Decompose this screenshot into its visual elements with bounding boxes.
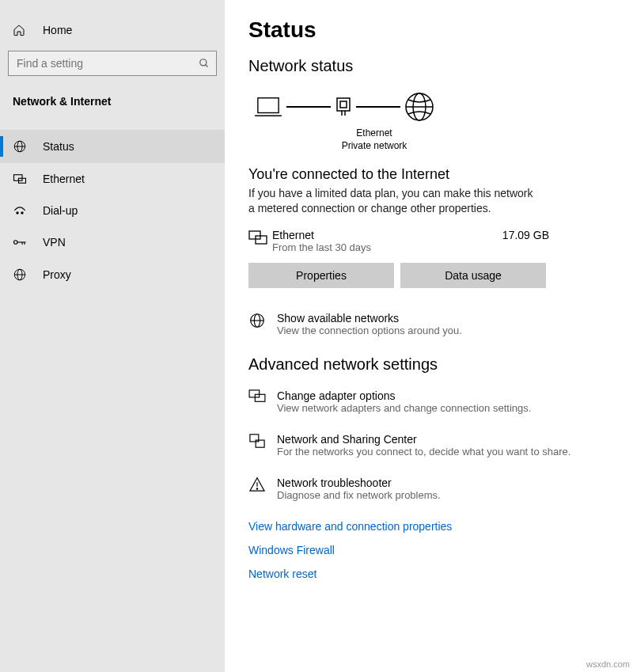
- diagram-line: [286, 106, 331, 108]
- proxy-icon: [13, 268, 27, 282]
- nav-label: VPN: [43, 236, 66, 249]
- nav-label: Status: [43, 140, 74, 153]
- link-hardware[interactable]: View hardware and connection properties: [248, 520, 605, 533]
- nav-dialup[interactable]: Dial-up: [0, 195, 225, 226]
- change-adapter-title: Change adapter options: [277, 389, 531, 402]
- connection-period: From the last 30 days: [272, 241, 502, 253]
- change-adapter[interactable]: Change adapter options View network adap…: [248, 389, 605, 414]
- diagram-name: Ethernet: [339, 127, 410, 140]
- nav-label: Proxy: [43, 268, 71, 281]
- nav-label: Dial-up: [43, 204, 78, 217]
- show-networks-title: Show available networks: [277, 312, 462, 325]
- nav-list: Status Ethernet Dial-up VPN Proxy: [0, 119, 225, 291]
- router-icon: [334, 95, 353, 119]
- network-status-heading: Network status: [248, 57, 605, 75]
- svg-rect-31: [255, 394, 265, 401]
- svg-point-9: [14, 241, 18, 245]
- network-diagram: [248, 91, 605, 123]
- sharing-title: Network and Sharing Center: [277, 433, 570, 446]
- page-title: Status: [248, 17, 605, 43]
- globe-icon: [13, 139, 27, 154]
- home-button[interactable]: Home: [0, 19, 225, 51]
- svg-rect-30: [249, 390, 260, 397]
- troubleshooter[interactable]: Network troubleshooter Diagnose and fix …: [248, 476, 605, 501]
- watermark: wsxdn.com: [586, 659, 630, 669]
- change-adapter-sub: View network adapters and change connect…: [277, 402, 531, 414]
- svg-line-1: [206, 65, 208, 67]
- link-firewall[interactable]: Windows Firewall: [248, 544, 605, 556]
- svg-point-8: [21, 212, 23, 214]
- home-icon: [13, 24, 27, 36]
- connected-desc: If you have a limited data plan, you can…: [248, 186, 533, 216]
- nav-ethernet[interactable]: Ethernet: [0, 163, 225, 195]
- nav-label: Ethernet: [43, 173, 85, 185]
- svg-point-35: [256, 488, 257, 489]
- advanced-title: Advanced network settings: [248, 355, 605, 374]
- show-networks-sub: View the connection options around you.: [277, 325, 462, 336]
- nav-proxy[interactable]: Proxy: [0, 258, 225, 291]
- diagram-labels: Ethernet Private network: [339, 127, 410, 152]
- properties-button[interactable]: Properties: [248, 263, 394, 288]
- connection-row: Ethernet From the last 30 days 17.09 GB: [248, 229, 549, 253]
- sharing-icon: [248, 433, 266, 449]
- network-globe-icon: [248, 312, 266, 329]
- link-reset[interactable]: Network reset: [248, 568, 605, 580]
- connection-name: Ethernet: [272, 229, 502, 241]
- content: Status Network status Ethernet Private n…: [225, 0, 633, 672]
- svg-rect-25: [249, 231, 260, 239]
- sharing-sub: For the networks you connect to, decide …: [277, 446, 570, 457]
- sharing-center[interactable]: Network and Sharing Center For the netwo…: [248, 433, 605, 457]
- dialup-icon: [13, 205, 27, 216]
- button-row: Properties Data usage: [248, 263, 605, 288]
- svg-rect-18: [337, 98, 350, 111]
- troubleshoot-sub: Diagnose and fix network problems.: [277, 489, 441, 501]
- search-input[interactable]: [15, 56, 199, 70]
- nav-vpn[interactable]: VPN: [0, 226, 225, 258]
- svg-rect-16: [258, 98, 279, 113]
- vpn-icon: [13, 237, 27, 247]
- home-label: Home: [43, 24, 72, 36]
- sidebar-section-title: Network & Internet: [0, 89, 225, 119]
- internet-globe-icon: [404, 91, 435, 123]
- search-input-wrap[interactable]: [8, 51, 217, 76]
- show-networks[interactable]: Show available networks View the connect…: [248, 312, 605, 336]
- connection-usage: 17.09 GB: [502, 229, 549, 241]
- svg-point-7: [17, 212, 18, 214]
- ethernet-icon: [13, 173, 27, 184]
- data-usage-button[interactable]: Data usage: [400, 263, 546, 288]
- diagram-type: Private network: [339, 140, 410, 153]
- adapter-icon: [248, 389, 266, 404]
- diagram-line: [356, 106, 400, 108]
- svg-point-0: [200, 59, 207, 66]
- svg-rect-5: [14, 175, 23, 181]
- svg-rect-19: [340, 101, 347, 108]
- search-icon: [199, 58, 210, 69]
- laptop-icon: [253, 95, 283, 119]
- search-container: [0, 51, 225, 89]
- troubleshoot-title: Network troubleshooter: [277, 476, 441, 489]
- svg-rect-26: [256, 236, 267, 244]
- connection-icon: [248, 230, 272, 246]
- nav-status[interactable]: Status: [0, 130, 225, 163]
- connected-title: You're connected to the Internet: [248, 166, 605, 183]
- warning-icon: [248, 476, 266, 492]
- sidebar: Home Network & Internet Status Ethernet: [0, 0, 225, 672]
